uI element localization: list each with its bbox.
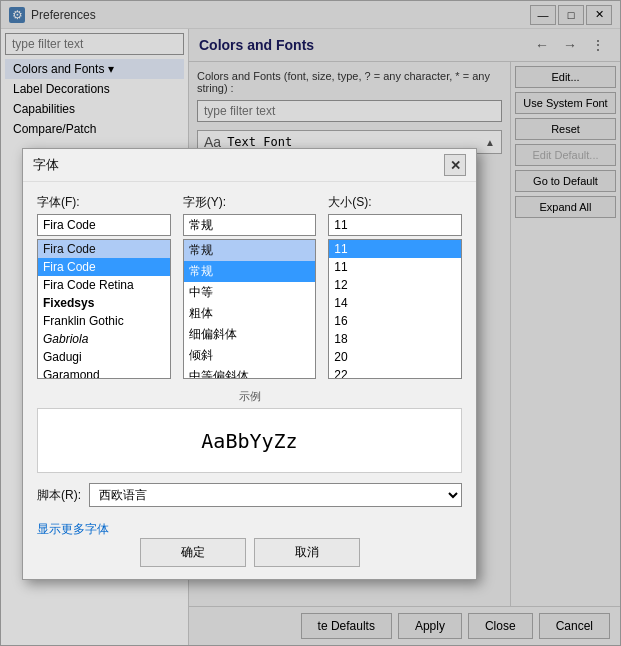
dialog-ok-button[interactable]: 确定 <box>140 538 246 567</box>
preview-text: AaBbYyZz <box>201 429 297 453</box>
size-list[interactable]: 11 11 12 14 16 18 <box>328 239 462 379</box>
size-list-item-14[interactable]: 14 <box>329 294 461 312</box>
size-input[interactable] <box>328 214 462 236</box>
font-list-item-fira[interactable]: Fira Code <box>38 258 170 276</box>
size-list-item-18[interactable]: 18 <box>329 330 461 348</box>
script-row: 脚本(R): 西欧语言 <box>37 483 462 507</box>
script-select[interactable]: 西欧语言 <box>89 483 462 507</box>
style-list-item-italic[interactable]: 倾斜 <box>184 345 316 366</box>
size-column: 大小(S): 11 11 12 14 16 <box>328 194 462 379</box>
style-list-item-light-italic[interactable]: 细偏斜体 <box>184 324 316 345</box>
style-list-item-bold[interactable]: 粗体 <box>184 303 316 324</box>
style-list-item-medium[interactable]: 中等 <box>184 282 316 303</box>
dialog-close-button[interactable]: ✕ <box>444 154 466 176</box>
font-list-item-gadugi[interactable]: Gadugi <box>38 348 170 366</box>
font-list[interactable]: Fira Code Fira Code Fira Code Retina Fix… <box>37 239 171 379</box>
size-list-item-22[interactable]: 22 <box>329 366 461 379</box>
style-list-item-medium-italic[interactable]: 中等偏斜体 <box>184 366 316 379</box>
font-list-item-garamond[interactable]: Garamond <box>38 366 170 379</box>
style-list-item-regular[interactable]: 常规 <box>184 261 316 282</box>
font-list-item-fira-input[interactable]: Fira Code <box>38 240 170 258</box>
size-list-item-11[interactable]: 11 <box>329 258 461 276</box>
show-more-fonts-link[interactable]: 显示更多字体 <box>37 521 109 538</box>
dialog-cancel-button[interactable]: 取消 <box>254 538 360 567</box>
script-label: 脚本(R): <box>37 487 81 504</box>
preview-label: 示例 <box>37 389 462 404</box>
size-list-item-20[interactable]: 20 <box>329 348 461 366</box>
dialog-columns: 字体(F): Fira Code Fira Code Fira Code Ret… <box>37 194 462 379</box>
font-dialog: 字体 ✕ 字体(F): Fira Code Fira Code Fira Cod… <box>22 148 477 580</box>
size-list-item-12[interactable]: 12 <box>329 276 461 294</box>
dialog-title-bar: 字体 ✕ <box>23 149 476 182</box>
preview-section: 示例 AaBbYyZz <box>37 389 462 473</box>
font-list-item-gabriola[interactable]: Gabriola <box>38 330 170 348</box>
style-column-label: 字形(Y): <box>183 194 317 211</box>
dialog-title: 字体 <box>33 156 59 174</box>
style-list[interactable]: 常规 常规 中等 粗体 细偏斜体 倾斜 <box>183 239 317 379</box>
dialog-body: 字体(F): Fira Code Fira Code Fira Code Ret… <box>23 182 476 579</box>
font-column: 字体(F): Fira Code Fira Code Fira Code Ret… <box>37 194 171 379</box>
font-list-item-franklin[interactable]: Franklin Gothic <box>38 312 170 330</box>
preview-box: AaBbYyZz <box>37 408 462 473</box>
font-list-item-fixedsys[interactable]: Fixedsys <box>38 294 170 312</box>
font-input[interactable] <box>37 214 171 236</box>
font-list-item-fira-retina[interactable]: Fira Code Retina <box>38 276 170 294</box>
size-column-label: 大小(S): <box>328 194 462 211</box>
size-list-item-16[interactable]: 16 <box>329 312 461 330</box>
style-list-item-regular-input[interactable]: 常规 <box>184 240 316 261</box>
font-column-label: 字体(F): <box>37 194 171 211</box>
size-list-item-11-input[interactable]: 11 <box>329 240 461 258</box>
dialog-buttons: 确定 取消 <box>37 538 462 567</box>
style-column: 字形(Y): 常规 常规 中等 粗体 细偏斜体 <box>183 194 317 379</box>
style-input[interactable] <box>183 214 317 236</box>
